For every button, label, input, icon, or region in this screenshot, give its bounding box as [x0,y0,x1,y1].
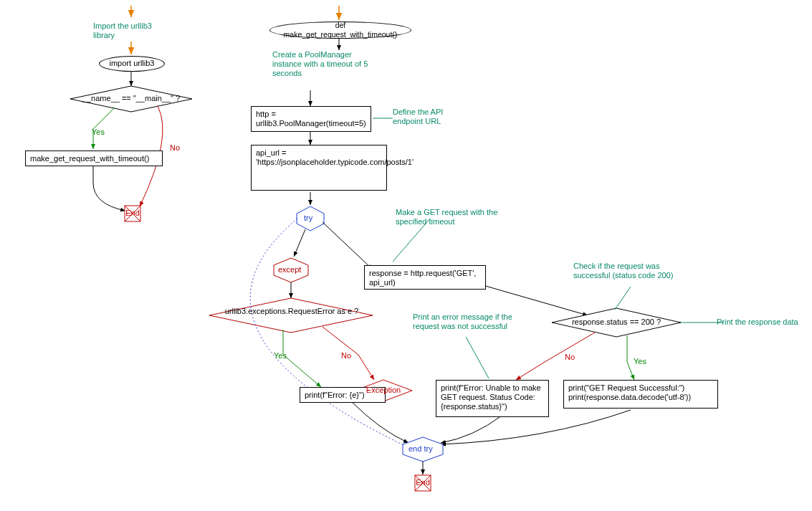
try-node: try [304,214,312,222]
call-fn-node: make_get_request_with_timeout() [25,151,163,166]
response-node: response = http.request('GET', api_url) [364,265,486,290]
svg-line-19 [473,282,588,315]
no-label-left: No [170,143,180,152]
yes-except: Yes [274,351,287,360]
cond-main: __name__ == "__main__" ? [77,94,185,102]
api-url-node: api_url = 'https://jsonplaceholder.typic… [251,145,387,191]
http-node: http = urllib3.PoolManager(timeout=5) [251,106,371,132]
yes-label-left: Yes [92,128,105,136]
no-except: No [341,351,351,360]
import-node: import urllib3 [99,56,165,72]
comment-print-data: Print the response data [717,317,810,327]
svg-marker-17 [209,298,373,333]
except-node: except [278,265,301,274]
end-right: End [416,478,430,487]
no-status: No [565,353,575,361]
exception-node: Exception [364,386,403,394]
svg-line-13 [323,222,373,269]
comment-import: Import the urllib3 library [93,22,172,40]
flowchart-svg [0,0,812,511]
svg-line-30 [466,337,489,378]
comment-url: Define the API endpoint URL [393,108,464,126]
print-success-node: print("GET Request Successful:") print(r… [563,380,718,409]
comment-get: Make a GET request with the specified ti… [396,208,503,226]
def-fn-node: def make_get_request_with_timeout() [269,22,411,39]
yes-status: Yes [634,357,646,366]
end-left: End [125,209,140,218]
svg-line-14 [294,229,305,257]
print-error-node: print(f"Error: Unable to make GET reques… [436,380,549,417]
comment-pool: Create a PoolManager instance with a tim… [272,50,373,79]
end-try-node: end try [409,444,433,453]
comment-check: Check if the request was successful (sta… [573,262,688,280]
cond-status: response.status == 200 ? [568,317,665,326]
cond-except: urllib3.exceptions.RequestError as e ? [224,307,360,315]
svg-line-28 [615,287,631,310]
comment-error: Print an error message if the request wa… [413,312,527,331]
